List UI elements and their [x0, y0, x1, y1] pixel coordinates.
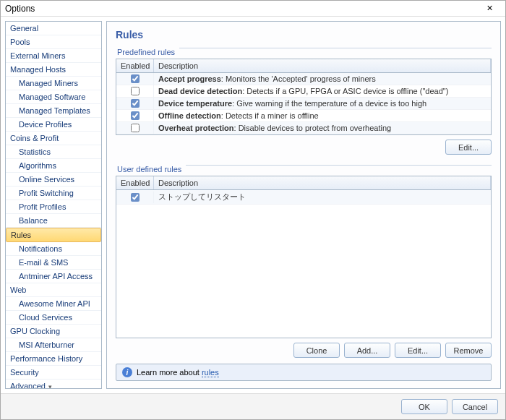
rule-desc: : Detects if a miner is offline — [221, 111, 319, 120]
table-row[interactable]: Dead device detection: Detects if a GPU,… — [116, 85, 491, 98]
sidebar-item-coins-profit[interactable]: Coins & Profit — [6, 132, 101, 145]
sidebar-item-msi-afterburner[interactable]: MSI Afterburner — [6, 338, 101, 352]
table-row[interactable]: Offline detection: Detects if a miner is… — [116, 110, 491, 122]
options-window: Options ✕ GeneralPoolsExternal MinersMan… — [0, 0, 506, 420]
sidebar-item-general[interactable]: General — [6, 22, 101, 35]
table-row[interactable]: ストップしてリスタート — [116, 190, 491, 205]
sidebar[interactable]: GeneralPoolsExternal MinersManaged Hosts… — [5, 21, 102, 389]
sidebar-item-security[interactable]: Security — [6, 366, 101, 380]
sidebar-item-online-services[interactable]: Online Services — [6, 173, 101, 187]
rule-enabled-checkbox[interactable] — [131, 124, 140, 132]
sidebar-item-profit-profiles[interactable]: Profit Profiles — [6, 200, 101, 214]
rule-name: Device temperature — [158, 99, 232, 108]
col-description[interactable]: Description — [154, 59, 491, 72]
user-edit-button[interactable]: Edit... — [395, 343, 441, 358]
predefined-label: Predefined rules — [116, 48, 175, 56]
rule-enabled-checkbox[interactable] — [131, 111, 140, 120]
sidebar-item-managed-miners[interactable]: Managed Miners — [6, 77, 101, 90]
main-panel: Rules Predefined rules Enabled Descripti… — [106, 21, 501, 389]
rule-name: Dead device detection — [158, 87, 242, 95]
sidebar-item-profit-switching[interactable]: Profit Switching — [6, 187, 101, 200]
info-link[interactable]: rules — [202, 368, 219, 377]
sidebar-item-algorithms[interactable]: Algorithms — [6, 159, 101, 173]
col-description[interactable]: Description — [154, 176, 491, 189]
rule-desc: : Monitors the 'Accepted' progress of mi… — [221, 74, 376, 83]
rule-enabled-checkbox[interactable] — [131, 87, 140, 95]
table-row[interactable]: Device temperature: Give warning if the … — [116, 98, 491, 110]
rule-desc: : Disable devices to protect from overhe… — [234, 124, 392, 132]
clone-button[interactable]: Clone — [293, 343, 340, 358]
rule-enabled-checkbox[interactable] — [131, 74, 140, 83]
titlebar: Options ✕ — [1, 1, 505, 17]
sidebar-item-device-profiles[interactable]: Device Profiles — [6, 118, 101, 132]
table-row[interactable]: Overheat protection: Disable devices to … — [116, 122, 491, 134]
table-row[interactable]: Accept progress: Monitors the 'Accepted'… — [116, 73, 491, 85]
footer: OK Cancel — [1, 393, 505, 419]
predefined-edit-button[interactable]: Edit... — [445, 140, 492, 155]
close-icon[interactable]: ✕ — [478, 1, 501, 16]
rule-name: Accept progress — [158, 74, 221, 83]
sidebar-item-awesome-miner-api[interactable]: Awesome Miner API — [6, 297, 101, 311]
user-grid: Enabled Description ストップしてリスタート — [116, 176, 492, 338]
info-icon: i — [122, 367, 132, 377]
sidebar-item-advanced[interactable]: Advanced▾ — [6, 380, 101, 389]
sidebar-item-rules[interactable]: Rules — [6, 228, 101, 242]
sidebar-item-pools[interactable]: Pools — [6, 35, 101, 49]
window-title: Options — [5, 4, 478, 14]
info-text: Learn more about rules — [137, 368, 219, 377]
sidebar-item-antminer-api-access[interactable]: Antminer API Access — [6, 270, 101, 283]
add-button[interactable]: Add... — [344, 343, 390, 358]
col-enabled[interactable]: Enabled — [116, 59, 154, 72]
sidebar-item-external-miners[interactable]: External Miners — [6, 49, 101, 63]
rule-name: Offline detection — [158, 111, 221, 120]
rule-desc: : Detects if a GPU, FPGA or ASIC device … — [242, 87, 448, 95]
rule-desc: ストップしてリスタート — [154, 190, 491, 204]
ok-button[interactable]: OK — [401, 399, 447, 414]
predefined-grid: Enabled Description Accept progress: Mon… — [116, 59, 492, 135]
sidebar-item-web[interactable]: Web — [6, 283, 101, 297]
sidebar-item-notifications[interactable]: Notifications — [6, 242, 101, 256]
sidebar-item-performance-history[interactable]: Performance History — [6, 352, 101, 366]
page-title: Rules — [116, 29, 492, 40]
sidebar-item-managed-templates[interactable]: Managed Templates — [6, 104, 101, 118]
sidebar-item-managed-software[interactable]: Managed Software — [6, 90, 101, 104]
rule-desc: : Give warning if the temperature of a d… — [232, 99, 426, 108]
info-bar: i Learn more about rules — [116, 364, 492, 381]
col-enabled[interactable]: Enabled — [116, 176, 154, 189]
remove-button[interactable]: Remove — [445, 343, 492, 358]
sidebar-item-managed-hosts[interactable]: Managed Hosts — [6, 63, 101, 77]
user-label: User defined rules — [116, 165, 181, 173]
sidebar-item-gpu-clocking[interactable]: GPU Clocking — [6, 325, 101, 338]
rule-name: Overheat protection — [158, 124, 234, 132]
sidebar-item-e-mail-sms[interactable]: E-mail & SMS — [6, 256, 101, 270]
cancel-button[interactable]: Cancel — [452, 399, 498, 414]
rule-enabled-checkbox[interactable] — [131, 193, 140, 202]
rule-enabled-checkbox[interactable] — [131, 99, 140, 108]
sidebar-item-cloud-services[interactable]: Cloud Services — [6, 311, 101, 325]
sidebar-item-statistics[interactable]: Statistics — [6, 145, 101, 159]
sidebar-item-balance[interactable]: Balance — [6, 214, 101, 228]
